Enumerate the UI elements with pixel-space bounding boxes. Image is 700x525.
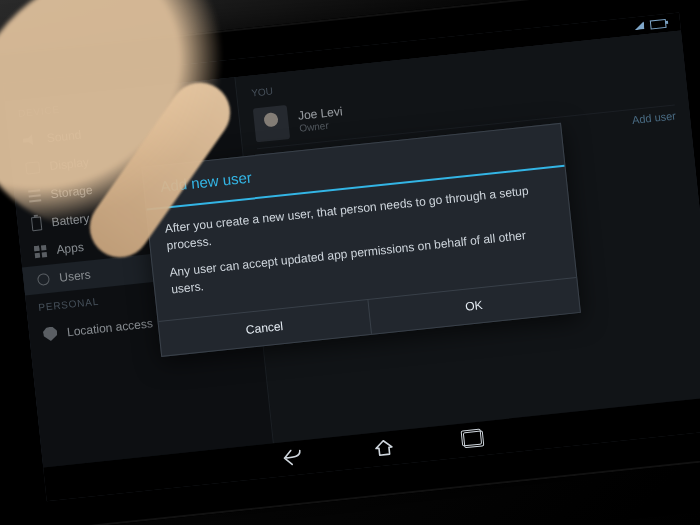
screen: DEVICE Sound Display Storage xyxy=(3,12,700,501)
battery-icon xyxy=(650,18,667,29)
home-icon[interactable] xyxy=(373,437,395,460)
recents-icon[interactable] xyxy=(463,430,485,448)
tablet-device: DEVICE Sound Display Storage xyxy=(0,0,700,525)
wifi-icon xyxy=(634,21,645,30)
photo-frame: DEVICE Sound Display Storage xyxy=(0,0,700,525)
back-icon[interactable] xyxy=(282,447,306,470)
